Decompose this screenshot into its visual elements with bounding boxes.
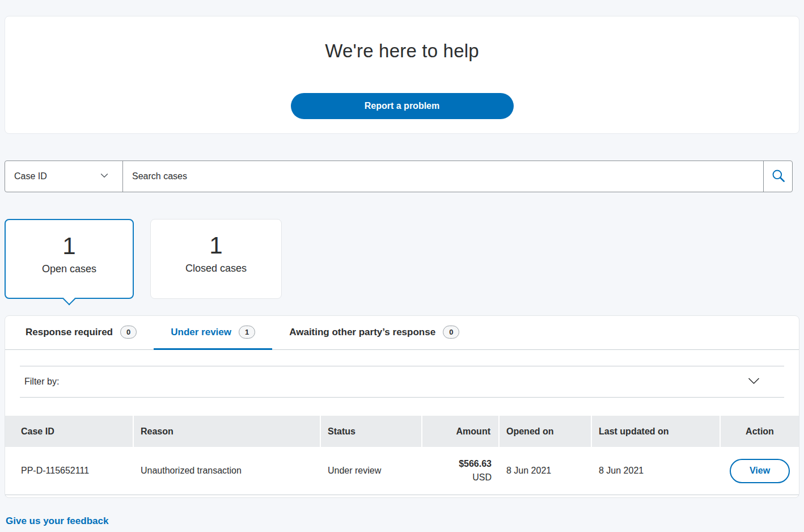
hero-card: We're here to help Report a problem [5, 16, 799, 134]
report-problem-button[interactable]: Report a problem [291, 93, 514, 119]
col-header-action: Action [721, 416, 799, 447]
cell-reason: Unauthorized transaction [134, 447, 321, 495]
cell-last-updated: 8 Jun 2021 [592, 447, 721, 495]
cases-panel: Response required 0 Under review 1 Await… [5, 315, 799, 498]
col-header-case-id: Case ID [5, 416, 134, 447]
tab-response-required-badge: 0 [120, 326, 137, 339]
filter-by-label: Filter by: [24, 377, 59, 387]
col-header-last-updated: Last updated on [592, 416, 721, 447]
cell-case-id: PP-D-115652111 [5, 447, 134, 495]
col-header-amount: Amount [422, 416, 500, 447]
col-header-opened-on: Opened on [500, 416, 592, 447]
resolution-center-page: We're here to help Report a problem Case… [0, 16, 804, 527]
tab-under-review-label: Under review [171, 327, 231, 338]
page-title: We're here to help [325, 40, 479, 62]
table-row: PP-D-115652111 Unauthorized transaction … [5, 447, 799, 495]
case-summary-cards: 1 Open cases 1 Closed cases [5, 219, 799, 299]
case-search-bar: Case ID [5, 161, 793, 192]
caret-down-icon [63, 293, 76, 306]
tab-under-review[interactable]: Under review 1 [154, 316, 272, 350]
chevron-down-icon [99, 170, 110, 183]
open-cases-count: 1 [62, 233, 75, 260]
cell-status: Under review [321, 447, 422, 495]
cell-opened-on: 8 Jun 2021 [500, 447, 592, 495]
col-header-status: Status [321, 416, 422, 447]
search-category-dropdown[interactable]: Case ID [5, 161, 123, 192]
tab-under-review-badge: 1 [239, 326, 255, 339]
tab-awaiting-response[interactable]: Awaiting other party’s response 0 [272, 316, 476, 350]
cases-table: Case ID Reason Status Amount Opened on L… [5, 416, 799, 495]
search-category-label: Case ID [14, 171, 47, 181]
cell-amount: $566.63 USD [422, 447, 500, 495]
view-case-button[interactable]: View [730, 459, 790, 483]
tab-response-required[interactable]: Response required 0 [9, 316, 154, 350]
cases-table-header: Case ID Reason Status Amount Opened on L… [5, 416, 799, 447]
search-button[interactable] [763, 161, 792, 192]
tab-response-required-label: Response required [26, 327, 113, 338]
open-cases-card[interactable]: 1 Open cases [5, 219, 134, 299]
cell-action: View [721, 447, 799, 495]
case-status-tabs: Response required 0 Under review 1 Await… [5, 316, 799, 350]
search-input[interactable] [123, 161, 763, 192]
tab-awaiting-response-badge: 0 [443, 326, 459, 339]
closed-cases-card[interactable]: 1 Closed cases [150, 219, 282, 299]
tab-awaiting-response-label: Awaiting other party’s response [289, 327, 435, 338]
amount-value: $566.63 [459, 457, 492, 471]
closed-cases-label: Closed cases [185, 263, 247, 275]
amount-currency: USD [472, 471, 492, 484]
chevron-down-icon [746, 373, 761, 391]
feedback-link[interactable]: Give us your feedback [6, 516, 108, 527]
search-icon [771, 168, 786, 185]
closed-cases-count: 1 [209, 232, 222, 259]
col-header-reason: Reason [134, 416, 321, 447]
filter-by-accordion[interactable]: Filter by: [20, 366, 784, 398]
open-cases-label: Open cases [42, 263, 96, 275]
